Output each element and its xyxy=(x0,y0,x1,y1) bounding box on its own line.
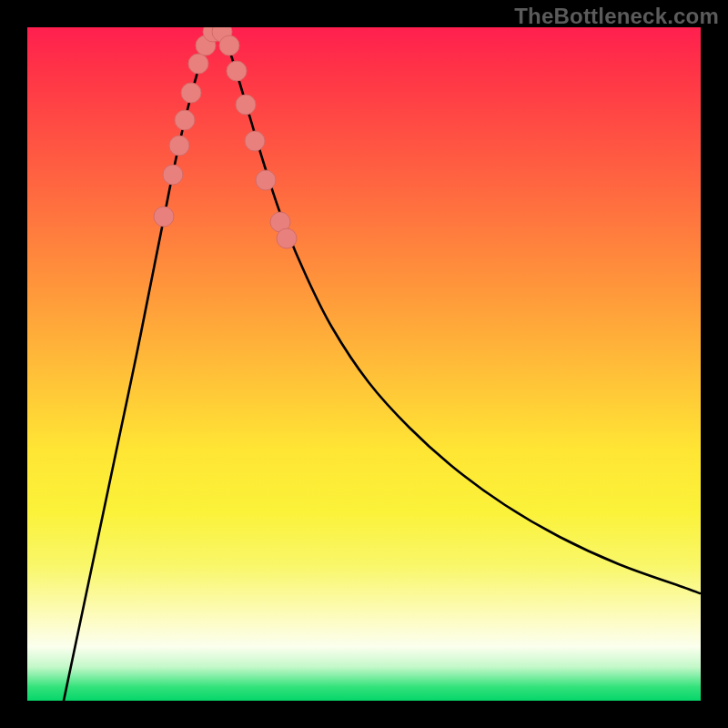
curve-layer xyxy=(27,27,701,701)
marker-point xyxy=(175,110,195,130)
marker-point xyxy=(219,35,239,56)
marker-point xyxy=(277,228,297,248)
right-curve xyxy=(218,29,700,593)
marker-point xyxy=(236,95,256,115)
marker-point xyxy=(245,131,265,151)
marker-group xyxy=(154,27,297,248)
marker-point xyxy=(256,170,276,190)
marker-point xyxy=(181,83,201,103)
marker-point xyxy=(169,136,189,156)
chart-frame: TheBottleneck.com xyxy=(0,0,728,728)
left-curve xyxy=(64,29,218,701)
plot-area xyxy=(27,27,701,701)
marker-point xyxy=(227,61,247,81)
marker-point xyxy=(154,207,174,227)
watermark-text: TheBottleneck.com xyxy=(514,4,719,29)
marker-point xyxy=(163,165,183,185)
marker-point xyxy=(188,54,208,74)
